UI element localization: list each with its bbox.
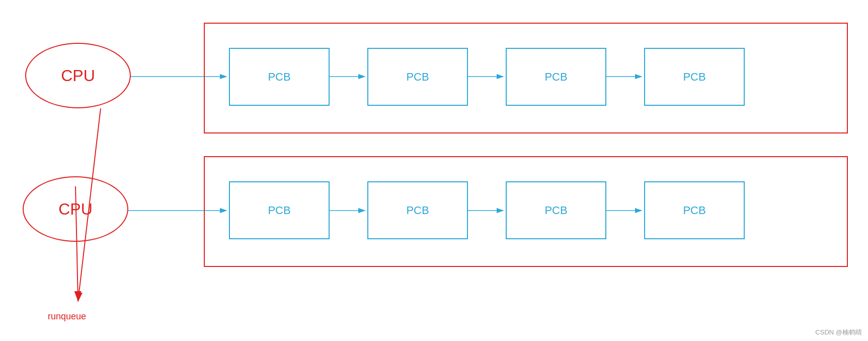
pcb-box-2-3: PCB (506, 181, 606, 239)
watermark: CSDN @楠鹤晴 (815, 328, 862, 337)
cpu1-ellipse: CPU (25, 43, 131, 108)
cpu2-ellipse: CPU (23, 176, 128, 242)
pcb-box-1-2: PCB (367, 48, 468, 106)
pcb-box-1-4: PCB (644, 48, 745, 106)
runqueue-label: runqueue (48, 311, 86, 322)
pcb-label-1-2: PCB (406, 71, 429, 84)
cpu2-label: CPU (58, 200, 93, 219)
pcb-label-1-4: PCB (683, 71, 705, 84)
pcb-label-2-1: PCB (268, 204, 290, 217)
pcb-box-1-1: PCB (229, 48, 330, 106)
pcb-box-2-2: PCB (367, 181, 468, 239)
diagram-container: CPU CPU PCB PCB PCB PCB PCB PCB PCB PCB … (0, 0, 868, 341)
pcb-label-1-1: PCB (268, 71, 290, 84)
pcb-label-1-3: PCB (544, 71, 567, 84)
pcb-box-2-1: PCB (229, 181, 330, 239)
pcb-label-2-3: PCB (544, 204, 567, 217)
cpu1-label: CPU (61, 66, 95, 85)
pcb-box-2-4: PCB (644, 181, 745, 239)
pcb-box-1-3: PCB (506, 48, 606, 106)
pcb-label-2-2: PCB (406, 204, 429, 217)
pcb-label-2-4: PCB (683, 204, 705, 217)
